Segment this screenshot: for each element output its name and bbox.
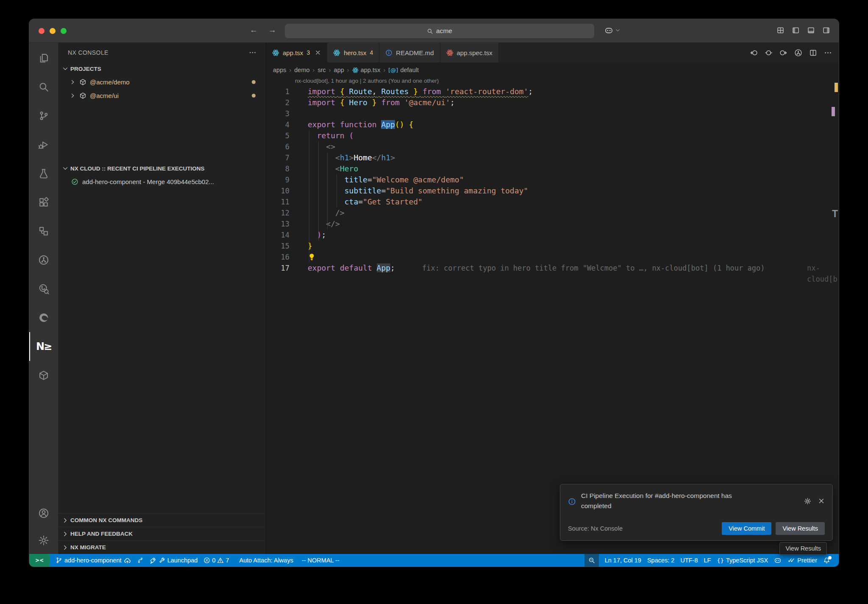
section-common-nx-commands[interactable]: COMMON NX COMMANDS [58,513,266,527]
customize-layout-icon[interactable] [776,26,785,34]
activity-accounts[interactable] [29,500,58,527]
tab-README.md[interactable]: README.md [379,43,440,62]
notifications-bell[interactable] [823,557,830,564]
toggle-sidebar-icon[interactable] [792,26,800,34]
commit-graph-icon[interactable] [794,49,802,57]
tab-app.tsx[interactable]: app.tsx3 [266,43,327,62]
language-mode[interactable]: {}TypeScript JSX [717,557,768,564]
activity-run-and-debug[interactable] [29,130,58,159]
modified-dot [252,80,256,84]
zoom-indicator[interactable] [584,554,599,567]
nav-forward-icon[interactable] [779,49,787,57]
activity-ci-pipeline[interactable] [29,246,58,274]
activity-graph-search[interactable] [29,274,58,303]
view-commit-button[interactable]: View Commit [722,522,771,535]
launchpad[interactable]: Launchpad [150,557,198,564]
tab-badge: 4 [370,49,373,56]
notification-close-icon[interactable] [818,491,825,511]
breadcrumb-item-demo[interactable]: demo [294,67,309,73]
breadcrumb-item-app.tsx[interactable]: app.tsx [352,67,381,73]
auto-attach[interactable]: Auto Attach: Always [239,557,293,564]
breadcrumb-item-src[interactable]: src [317,67,326,73]
section-projects[interactable]: PROJECTS [58,62,266,75]
pipeline-status[interactable] [137,557,144,564]
language-label: TypeScript JSX [726,557,768,564]
activity-dependencies[interactable] [29,361,58,390]
chevron-right-icon [62,544,69,551]
breadcrumb-item-default[interactable]: [@]default [388,67,419,73]
maximize-window-button[interactable] [61,28,67,34]
minimize-window-button[interactable] [50,28,56,34]
pipeline-execution-item[interactable]: add-hero-component - Merge 409b44e5cb02.… [58,175,266,188]
code-text: subtitle="Build something amazing today" [308,186,528,195]
activity-edge-devtools[interactable] [29,303,58,332]
indentation[interactable]: Spaces: 2 [647,557,675,564]
line-number: 12 [266,207,289,218]
activity-nx-console[interactable]: N≥ [29,332,58,361]
branch-indicator[interactable]: add-hero-component [56,557,131,564]
close-icon[interactable] [315,50,321,56]
copilot-icon[interactable] [604,26,613,35]
more-actions-icon[interactable] [249,49,256,56]
encoding[interactable]: UTF-8 [680,557,698,564]
toggle-panel-icon[interactable] [807,26,815,34]
nav-current-icon[interactable] [765,49,773,57]
eol[interactable]: LF [704,557,711,564]
activity-extensions[interactable] [29,188,58,217]
copilot-status[interactable] [774,556,782,564]
command-center-search[interactable]: acme [285,24,594,38]
toggle-secondary-sidebar-icon[interactable] [822,26,830,34]
overview-ruler[interactable]: T [830,78,839,554]
code-editor[interactable]: nx-cloud[bot], 1 hour ago | 2 authors (Y… [266,78,839,554]
code-text: title="Welcome @acme/demo" [308,175,464,184]
activity-source-control[interactable] [29,101,58,130]
nav-back-icon[interactable] [750,49,758,57]
window-controls[interactable] [39,28,67,34]
titlebar[interactable]: ← → acme [29,19,839,43]
close-window-button[interactable] [39,28,45,34]
chevron-down-icon [62,165,69,172]
project-item-@acme/ui[interactable]: @acme/ui [58,89,266,102]
breadcrumb-separator: › [383,67,385,73]
cursor-position[interactable]: Ln 17, Col 19 [605,557,641,564]
breadcrumb-item-app[interactable]: app [334,67,344,73]
tab-label: app.tsx [283,49,303,56]
vim-mode[interactable]: -- NORMAL -- [302,557,339,564]
notification-settings-icon[interactable] [804,491,811,511]
activity-testing[interactable] [29,159,58,188]
chevron-right-icon [62,517,69,524]
code-line-8: 8 <Hero [266,163,839,174]
section-help-and-feedback[interactable]: HELP AND FEEDBACK [58,527,266,540]
project-item-@acme/demo[interactable]: @acme/demo [58,75,266,89]
history-back-icon[interactable]: ← [250,25,258,35]
circle-branch-icon [38,254,49,266]
section-nx-cloud[interactable]: NX CLOUD :: RECENT CI PIPELINE EXECUTION… [58,162,266,175]
code-text: <Hero [308,164,358,173]
more-actions-icon[interactable] [824,49,832,57]
activity-project-graph[interactable] [29,217,58,246]
remote-indicator[interactable]: >< [29,554,50,567]
info-icon [385,49,392,56]
split-editor-icon[interactable] [809,49,817,57]
problems[interactable]: 07 [203,557,229,564]
project-name: @acme/demo [90,78,130,86]
formatter[interactable]: ✓✓Prettier [787,556,817,564]
view-results-button[interactable]: View Results [776,522,825,535]
tab-hero.tsx[interactable]: hero.tsx4 [327,43,379,62]
react-icon [446,49,453,56]
code-line-17: 17export default App;fix: correct typo i… [266,263,839,274]
nx-logo: N≥ [36,341,51,352]
graph-search-icon [38,283,49,294]
sidebar: NX CONSOLE PROJECTS @acme/demo@acme/ui N… [58,43,266,554]
section-nx-migrate[interactable]: NX MIGRATE [58,540,266,554]
blame-header[interactable]: nx-cloud[bot], 1 hour ago | 2 authors (Y… [266,78,839,86]
code-text: import { Route, Routes } from 'react-rou… [308,87,533,96]
breadcrumb-item-apps[interactable]: apps [273,67,286,73]
chevron-down-icon[interactable] [615,28,620,33]
activity-explorer[interactable] [29,44,58,73]
activity-search[interactable] [29,73,58,101]
tab-app.spec.tsx[interactable]: app.spec.tsx [440,43,499,62]
status-bar: ><add-hero-componentLaunchpad07Auto Atta… [29,554,839,567]
history-forward-icon[interactable]: → [268,25,276,35]
activity-settings[interactable] [29,527,58,554]
